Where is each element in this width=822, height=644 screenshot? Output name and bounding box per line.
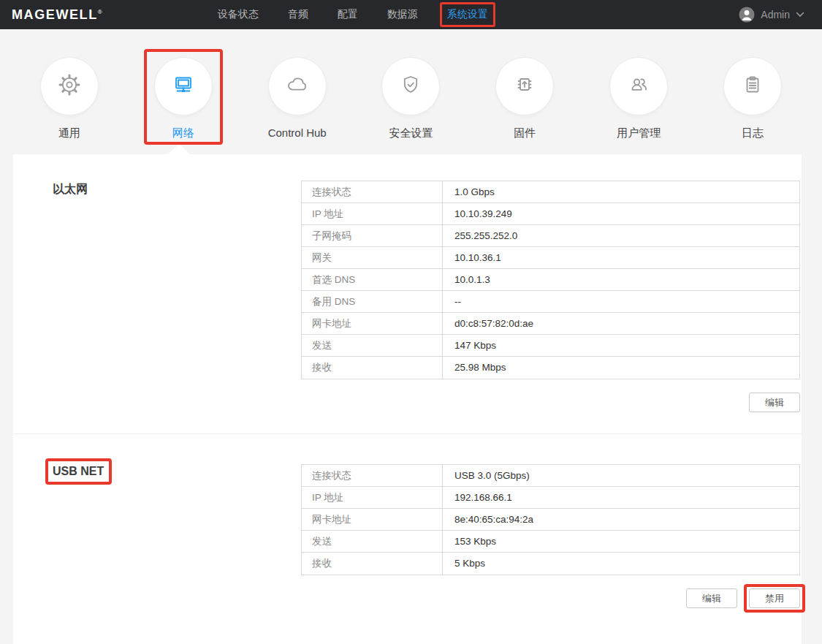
shield-check-icon xyxy=(397,72,424,101)
tab-firmware[interactable]: 固件 xyxy=(483,29,566,154)
top-navbar: MAGEWELL® 设备状态 音频 配置 数据源 系统设置 Admin xyxy=(0,0,822,29)
table-row: 网卡地址8e:40:65:ca:94:2a xyxy=(302,509,799,531)
user-name: Admin xyxy=(761,9,790,20)
table-row: 备用 DNS-- xyxy=(302,291,799,313)
tab-security-label: 安全设置 xyxy=(389,126,433,140)
network-monitor-icon xyxy=(170,72,197,101)
table-row: 发送147 Kbps xyxy=(302,335,799,357)
users-icon xyxy=(625,72,652,101)
tab-control-hub[interactable]: Control Hub xyxy=(256,29,339,154)
tab-user-management[interactable]: 用户管理 xyxy=(597,29,680,154)
usb-net-section-title: USB NET xyxy=(53,465,104,478)
ethernet-actions: 编辑 xyxy=(301,393,800,412)
table-row: 网关10.10.36.1 xyxy=(302,247,799,269)
table-row: IP 地址10.10.39.249 xyxy=(302,203,799,225)
tab-general-label: 通用 xyxy=(58,126,80,140)
ethernet-info-table: 连接状态1.0 Gbps IP 地址10.10.39.249 子网掩码255.2… xyxy=(301,181,800,379)
nav-item-config[interactable]: 配置 xyxy=(338,8,358,21)
tab-network-label: 网络 xyxy=(172,126,194,140)
nav-item-sources[interactable]: 数据源 xyxy=(387,8,418,21)
nav-item-audio[interactable]: 音频 xyxy=(288,8,308,21)
table-row: 首选 DNS10.0.1.3 xyxy=(302,269,799,291)
table-row: 连接状态1.0 Gbps xyxy=(302,181,799,203)
usb-net-edit-button[interactable]: 编辑 xyxy=(686,588,737,608)
tab-logs-label: 日志 xyxy=(742,126,764,140)
user-avatar-icon xyxy=(739,7,755,23)
usb-net-actions: 编辑 禁用 xyxy=(301,588,800,608)
ethernet-edit-button[interactable]: 编辑 xyxy=(749,393,800,412)
ethernet-section: 以太网 连接状态1.0 Gbps IP 地址10.10.39.249 子网掩码2… xyxy=(13,154,802,433)
table-row: 接收25.98 Mbps xyxy=(302,357,799,379)
settings-tabbar: 通用 网络 Control Hub xyxy=(0,29,822,154)
main-nav: 设备状态 音频 配置 数据源 系统设置 xyxy=(218,8,488,21)
registered-mark: ® xyxy=(98,9,102,15)
nav-item-system-settings[interactable]: 系统设置 xyxy=(447,8,488,21)
usb-net-disable-button[interactable]: 禁用 xyxy=(749,588,800,608)
tab-logs[interactable]: 日志 xyxy=(711,29,794,154)
firmware-chip-icon xyxy=(511,72,538,101)
tab-general[interactable]: 通用 xyxy=(28,29,111,154)
tab-firmware-label: 固件 xyxy=(514,126,536,140)
table-row: 接收5 Kbps xyxy=(302,553,799,575)
table-row: 发送153 Kbps xyxy=(302,531,799,553)
usb-net-section: USB NET 连接状态USB 3.0 (5Gbps) IP 地址192.168… xyxy=(13,434,802,608)
usb-net-info-table: 连接状态USB 3.0 (5Gbps) IP 地址192.168.66.1 网卡… xyxy=(301,464,800,575)
gear-icon xyxy=(56,72,83,101)
ethernet-section-title: 以太网 xyxy=(53,182,88,197)
active-tab-pointer xyxy=(168,144,190,154)
table-row: 连接状态USB 3.0 (5Gbps) xyxy=(302,465,799,487)
user-menu[interactable]: Admin xyxy=(739,7,804,23)
chevron-down-icon xyxy=(796,12,804,18)
tab-network[interactable]: 网络 xyxy=(142,29,225,154)
table-row: IP 地址192.168.66.1 xyxy=(302,487,799,509)
nav-item-device-status[interactable]: 设备状态 xyxy=(218,8,259,21)
tab-security[interactable]: 安全设置 xyxy=(369,29,452,154)
table-row: 子网掩码255.255.252.0 xyxy=(302,225,799,247)
log-clipboard-icon xyxy=(739,72,766,101)
network-settings-panel: 以太网 连接状态1.0 Gbps IP 地址10.10.39.249 子网掩码2… xyxy=(13,154,802,644)
tab-user-management-label: 用户管理 xyxy=(617,126,661,140)
cloud-icon xyxy=(283,72,311,101)
table-row: 网卡地址d0:c8:57:82:0d:ae xyxy=(302,313,799,335)
tab-control-hub-label: Control Hub xyxy=(268,126,327,139)
usb-net-title-wrap: USB NET xyxy=(53,465,104,478)
magewell-logo[interactable]: MAGEWELL® xyxy=(12,7,102,23)
